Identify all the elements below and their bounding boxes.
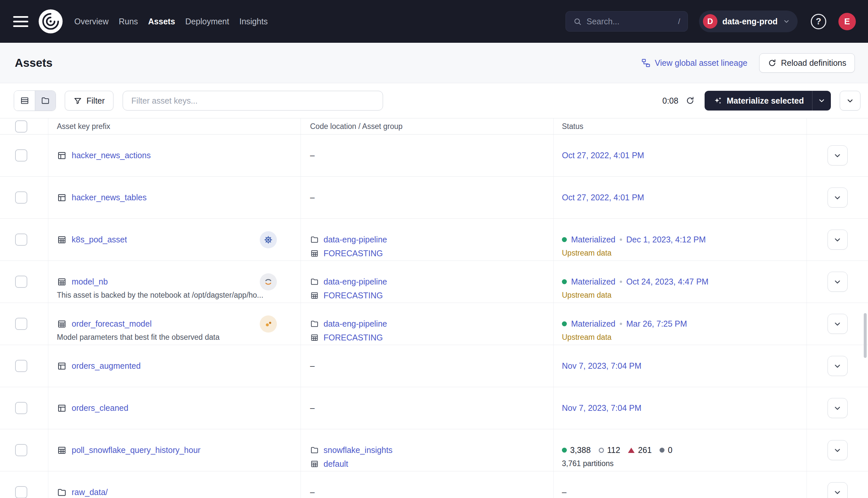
row-checkbox[interactable]	[15, 402, 27, 414]
row-expand-button[interactable]	[828, 187, 847, 208]
asset-group-link[interactable]: FORECASTING	[323, 333, 383, 342]
status-date-link[interactable]: Nov 7, 2023, 7:04 PM	[562, 403, 641, 413]
code-location-link[interactable]: snowflake_insights	[323, 445, 392, 455]
row-expand-button[interactable]	[828, 314, 847, 334]
assets-toolbar: Filter 0:08 Materialize selected	[0, 83, 868, 118]
status-date-link[interactable]: Oct 27, 2022, 4:01 PM	[562, 150, 644, 160]
row-expand-button[interactable]	[828, 230, 847, 250]
asset-group-link[interactable]: FORECASTING	[323, 249, 383, 258]
location-cell: data-eng-pipelineFORECASTING	[301, 219, 554, 261]
row-checkbox[interactable]	[15, 276, 27, 288]
row-checkbox[interactable]	[15, 234, 27, 246]
deployment-badge: D	[703, 14, 718, 29]
status-cell: Oct 27, 2022, 4:01 PM	[554, 176, 807, 219]
row-select-cell	[0, 471, 48, 498]
asset-key-link[interactable]: orders_cleaned	[72, 403, 128, 413]
nav-item-assets[interactable]: Assets	[148, 17, 175, 26]
refresh-icon[interactable]	[685, 96, 695, 105]
code-location: data-eng-pipeline	[310, 277, 387, 287]
materialize-dropdown-button[interactable]	[812, 91, 831, 110]
materialized-link[interactable]: Materialized	[571, 235, 615, 245]
location-empty: –	[310, 193, 315, 202]
materialized-link[interactable]: Materialized	[571, 319, 615, 329]
materialized-link[interactable]: Materialized	[571, 277, 615, 287]
materialize-selected-label: Materialize selected	[726, 96, 804, 106]
asset-cell: order_forecast_modelModel parameters tha…	[48, 303, 301, 345]
folder-icon	[310, 277, 319, 286]
status-date-link[interactable]: Oct 27, 2022, 4:01 PM	[562, 193, 644, 202]
lineage-graph-icon	[641, 58, 651, 68]
status-date-link[interactable]: Dec 1, 2023, 4:12 PM	[626, 235, 706, 245]
asset-key-link[interactable]: order_forecast_model	[72, 319, 151, 329]
scrollbar-thumb[interactable]	[864, 313, 867, 358]
select-all-checkbox[interactable]	[15, 120, 27, 133]
row-expand-button[interactable]	[828, 145, 847, 166]
upstream-data-tag[interactable]: Upstream data	[562, 333, 612, 342]
header-actions: View global asset lineage Reload definit…	[641, 53, 855, 73]
asset-table-icon	[57, 277, 67, 287]
list-view-icon[interactable]	[14, 91, 35, 110]
row-checkbox[interactable]	[15, 360, 27, 372]
menu-icon[interactable]	[13, 16, 28, 27]
row-expand-button[interactable]	[828, 398, 847, 418]
row-checkbox[interactable]	[15, 486, 27, 498]
reload-definitions-button[interactable]: Reload definitions	[759, 53, 855, 73]
row-checkbox[interactable]	[15, 318, 27, 330]
asset-key-link[interactable]: hacker_news_actions	[72, 150, 150, 160]
status-date-link[interactable]: Nov 7, 2023, 7:04 PM	[562, 361, 641, 371]
status-date-link[interactable]: Mar 26, 7:25 PM	[626, 319, 687, 329]
filter-asset-keys-input[interactable]	[123, 91, 383, 110]
asset-group-link[interactable]: default	[323, 459, 348, 469]
kubernetes-badge	[260, 231, 277, 248]
asset-table-icon	[57, 235, 67, 245]
asset-cell: orders_cleaned	[48, 387, 301, 429]
asset-cell: poll_snowflake_query_history_hour	[48, 429, 301, 471]
column-status: Status	[554, 118, 807, 134]
code-location-link[interactable]: data-eng-pipeline	[323, 319, 387, 329]
status-cell: MaterializedMar 26, 7:25 PMUpstream data	[554, 303, 807, 345]
upstream-data-tag[interactable]: Upstream data	[562, 291, 612, 300]
location-cell: –	[301, 387, 554, 429]
folder-icon	[57, 487, 67, 497]
asset-key-link[interactable]: poll_snowflake_query_history_hour	[72, 445, 201, 455]
separator-dot-icon	[620, 323, 622, 325]
row-expand-button[interactable]	[828, 272, 847, 292]
row-checkbox[interactable]	[15, 149, 27, 161]
upstream-data-tag[interactable]: Upstream data	[562, 249, 612, 258]
row-checkbox[interactable]	[15, 444, 27, 456]
row-expand-button[interactable]	[828, 356, 847, 376]
page-header: Assets View global asset lineage Reload …	[0, 43, 868, 83]
asset-key-link[interactable]: raw_data/	[72, 487, 108, 497]
code-location-link[interactable]: data-eng-pipeline	[323, 277, 387, 287]
asset-group-link[interactable]: FORECASTING	[323, 291, 383, 300]
row-expand-button[interactable]	[828, 440, 847, 460]
materialize-selected-button[interactable]: Materialize selected	[705, 91, 812, 110]
asset-key-link[interactable]: k8s_pod_asset	[72, 235, 127, 245]
nav-item-insights[interactable]: Insights	[239, 17, 268, 26]
deployment-switcher[interactable]: D data-eng-prod	[699, 11, 798, 32]
global-search-input[interactable]	[587, 17, 673, 26]
user-avatar[interactable]: E	[838, 13, 856, 30]
asset-group-icon	[310, 459, 319, 468]
filter-button[interactable]: Filter	[65, 91, 113, 110]
help-icon[interactable]: ?	[811, 14, 826, 29]
view-global-asset-lineage-link[interactable]: View global asset lineage	[641, 58, 748, 68]
folder-view-icon[interactable]	[35, 91, 56, 110]
nav-item-runs[interactable]: Runs	[119, 17, 138, 26]
status-cell: MaterializedDec 1, 2023, 4:12 PMUpstream…	[554, 219, 807, 261]
status-date-link[interactable]: Oct 24, 2023, 4:47 PM	[626, 277, 709, 287]
deployment-name: data-eng-prod	[722, 17, 778, 26]
nav-item-overview[interactable]: Overview	[74, 17, 108, 26]
row-expand-button[interactable]	[828, 482, 847, 498]
asset-key-link[interactable]: model_nb	[72, 277, 108, 287]
nav-item-deployment[interactable]: Deployment	[185, 17, 229, 26]
row-actions-cell	[807, 471, 868, 498]
asset-cell: raw_data/	[48, 471, 301, 498]
row-checkbox[interactable]	[15, 192, 27, 204]
asset-key-link[interactable]: hacker_news_tables	[72, 193, 147, 202]
asset-key-link[interactable]: orders_augmented	[72, 361, 141, 371]
collapse-rows-button[interactable]	[840, 91, 860, 110]
dagster-logo[interactable]	[38, 9, 63, 34]
code-location-link[interactable]: data-eng-pipeline	[323, 235, 387, 245]
asset-cell: hacker_news_tables	[48, 176, 301, 219]
